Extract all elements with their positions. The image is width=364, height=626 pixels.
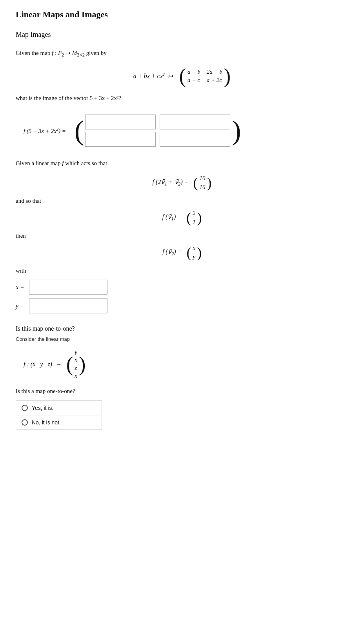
radio-group: Yes, it is. No, it is not. (16, 400, 348, 430)
answer-left-paren: ( (75, 119, 84, 142)
eq3-cells: x y (193, 245, 195, 260)
s3-matrix: ( y x z x ) (66, 349, 86, 379)
eq3-left-paren: ( (186, 246, 191, 260)
s3-r1: y (75, 349, 77, 356)
eq3-lhs: f (v̄2) = (162, 248, 182, 257)
mapping-formula: a + bx + cx2 ↦ ( a + b 2a + b a + c a + … (16, 66, 348, 86)
s3-left-paren: ( (66, 354, 73, 375)
answer-r2c1[interactable] (85, 132, 156, 147)
x-row: x = (16, 280, 348, 295)
eq2-r1: 2 (193, 210, 196, 217)
eq2-r2: 1 (193, 219, 196, 226)
x-input[interactable] (29, 280, 107, 295)
section1-question: what is the image of the vector 5 + 3x +… (16, 93, 348, 103)
matrix-cells: a + b 2a + b a + c a + 2c (187, 69, 222, 84)
s3-sub-question: Is this a map one-to-one? (16, 386, 348, 396)
eq3-right-paren: ) (197, 246, 202, 260)
answer-r2c2[interactable] (160, 132, 230, 147)
radio-circle-yes (22, 405, 28, 411)
left-paren: ( (179, 66, 186, 86)
eq3-r1: x (193, 245, 195, 251)
cell-r2c1: a + c (187, 77, 200, 84)
eq2-lhs: f (v̄1) = (162, 213, 182, 222)
y-row: y = (16, 298, 348, 313)
eq1-lhs: f (2v̄1 + v̄2) = (152, 178, 188, 187)
section-one-to-one: Is this map one-to-one? Consider the lin… (16, 325, 348, 430)
cell-r2c2: a + 2c (207, 77, 222, 84)
answer-r1c2[interactable] (160, 115, 230, 129)
f-equation-row: f (5 + 3x + 2x2) = ( ) (24, 115, 348, 147)
section-map-images: Map Images Given the map f : P2 ↦ M2×2 g… (16, 31, 348, 147)
answer-matrix: ( ) (75, 115, 241, 147)
section-linear-map: Given a linear map f which acts so that … (16, 158, 348, 313)
then-label: then (16, 233, 348, 239)
radio-option-no[interactable]: No, it is not. (16, 415, 102, 430)
radio-label-yes: Yes, it is. (32, 405, 54, 411)
eq1-cells: 10 16 (200, 175, 206, 191)
s3-map-display: f : (x y z) → ( y x z x ) (24, 349, 348, 379)
and-so-that-label: and so that (16, 198, 348, 204)
eq2-left-paren: ( (186, 211, 191, 225)
eq1-left-paren: ( (193, 176, 198, 190)
mapping-lhs: a + bx + cx2 ↦ (133, 72, 175, 80)
x-eq-label: x = (16, 284, 24, 291)
cell-r1c2: 2a + b (207, 69, 222, 75)
eq2-rhs-matrix: ( 2 1 ) (186, 210, 202, 226)
section2-intro: Given a linear map f which acts so that (16, 158, 348, 168)
eq2-display: f (v̄1) = ( 2 1 ) (16, 210, 348, 226)
consider-label: Consider the linear map (16, 336, 348, 342)
eq3-r2: y (193, 254, 195, 260)
s3-map-lhs: f : (x y z) → (24, 361, 62, 368)
eq1-display: f (2v̄1 + v̄2) = ( 10 16 ) (16, 175, 348, 191)
eq1-r1: 10 (200, 175, 206, 182)
eq2-cells: 2 1 (193, 210, 196, 226)
f-notation: f (52, 50, 53, 56)
s3-cells: y x z x (75, 349, 77, 379)
mapping-rhs-matrix: ( a + b 2a + b a + c a + 2c ) (179, 66, 231, 86)
radio-label-no: No, it is not. (32, 419, 61, 426)
eq3-display: f (v̄2) = ( x y ) (16, 245, 348, 260)
with-label: with (16, 268, 348, 274)
right-paren: ) (224, 66, 231, 86)
y-eq-label: y = (16, 302, 24, 309)
radio-circle-no (22, 419, 28, 426)
s3-r4: x (75, 373, 77, 379)
radio-option-yes[interactable]: Yes, it is. (16, 400, 102, 415)
eq1-right-paren: ) (207, 176, 212, 190)
eq1-r2: 16 (200, 184, 206, 191)
cell-r1c1: a + b (187, 69, 200, 75)
eq1-rhs-matrix: ( 10 16 ) (193, 175, 212, 191)
eq3-rhs-matrix: ( x y ) (186, 245, 202, 260)
page-title: Linear Maps and Images (16, 9, 348, 20)
f-label-s2: f (62, 160, 64, 166)
answer-right-paren: ) (232, 119, 241, 142)
y-input[interactable] (29, 298, 107, 313)
eq2-right-paren: ) (197, 211, 202, 225)
s3-right-paren: ) (79, 354, 86, 375)
s3-r2: x (75, 357, 77, 364)
answer-inputs (85, 115, 230, 147)
f-eq-label: f (5 + 3x + 2x2) = (24, 127, 66, 135)
section1-intro: Given the map f : P2 ↦ M2×2 given by (16, 48, 348, 59)
section-heading: Map Images (16, 31, 348, 39)
s3-r3: z (75, 365, 77, 371)
one-to-one-question: Is this map one-to-one? (16, 325, 348, 332)
answer-r1c1[interactable] (85, 115, 156, 129)
